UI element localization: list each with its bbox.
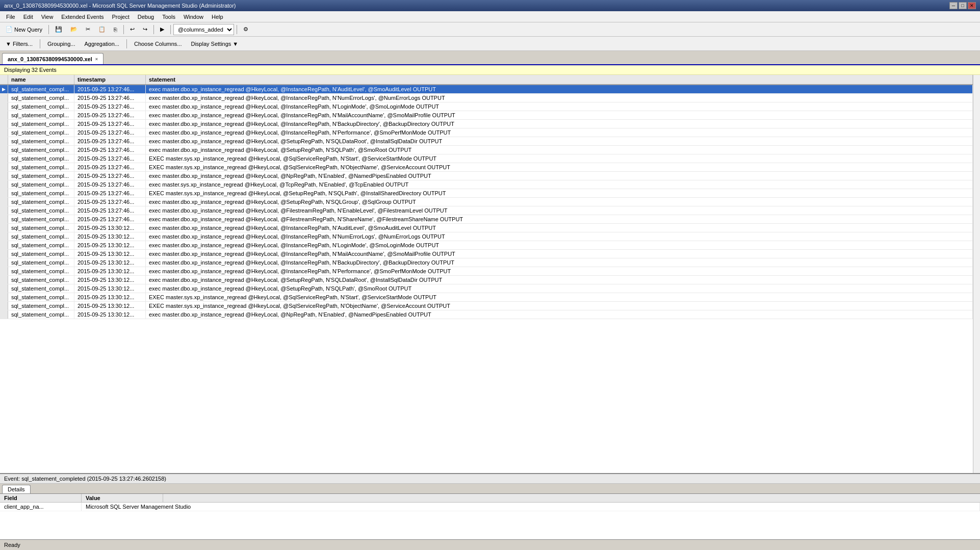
table-row[interactable]: sql_statement_compl...2015-09-25 13:30:1… bbox=[0, 250, 973, 258]
table-row[interactable]: sql_statement_compl...2015-09-25 13:27:4… bbox=[0, 163, 973, 172]
table-row[interactable]: sql_statement_compl...2015-09-25 13:30:1… bbox=[0, 232, 973, 241]
table-row[interactable]: sql_statement_compl...2015-09-25 13:30:1… bbox=[0, 258, 973, 267]
cell-timestamp: 2015-09-25 13:27:46... bbox=[74, 206, 146, 215]
table-row[interactable]: sql_statement_compl...2015-09-25 13:27:4… bbox=[0, 172, 973, 180]
cell-name: sql_statement_compl... bbox=[8, 250, 74, 258]
cell-timestamp: 2015-09-25 13:27:46... bbox=[74, 198, 146, 206]
tab-label: anx_0_130876380994530000.xel bbox=[8, 56, 92, 62]
title-bar-text: anx_0_130876380994530000.xel - Microsoft… bbox=[4, 3, 236, 9]
header-timestamp[interactable]: timestamp bbox=[74, 75, 146, 84]
table-row[interactable]: sql_statement_compl...2015-09-25 13:27:4… bbox=[0, 198, 973, 206]
table-row[interactable]: sql_statement_compl...2015-09-25 13:30:1… bbox=[0, 241, 973, 250]
tb-btn-debug[interactable]: ▶ bbox=[157, 24, 168, 35]
details-row: client_app_na... Microsoft SQL Server Ma… bbox=[0, 503, 980, 511]
cell-name: sql_statement_compl... bbox=[8, 267, 74, 275]
menu-item-view[interactable]: View bbox=[37, 11, 58, 22]
tb-btn-undo[interactable]: ↩ bbox=[126, 24, 138, 35]
maximize-button[interactable]: □ bbox=[959, 2, 967, 9]
close-button[interactable]: ✕ bbox=[968, 2, 976, 9]
tab-close-button[interactable]: × bbox=[95, 57, 98, 62]
table-row[interactable]: sql_statement_compl...2015-09-25 13:27:4… bbox=[0, 215, 973, 224]
row-indicator bbox=[0, 215, 8, 223]
main-content: name timestamp statement ▶sql_statement_… bbox=[0, 75, 980, 539]
menu-item-file[interactable]: File bbox=[2, 11, 19, 22]
cell-statement: exec master.dbo.xp_instance_regread @Hke… bbox=[146, 128, 973, 137]
table-row[interactable]: sql_statement_compl...2015-09-25 13:27:4… bbox=[0, 102, 973, 111]
menu-item-edit[interactable]: Edit bbox=[19, 11, 37, 22]
vertical-scrollbar[interactable] bbox=[973, 75, 980, 473]
table-row[interactable]: sql_statement_compl...2015-09-25 13:27:4… bbox=[0, 111, 973, 120]
table-row[interactable]: sql_statement_compl...2015-09-25 13:30:1… bbox=[0, 284, 973, 293]
table-row[interactable]: sql_statement_compl...2015-09-25 13:30:1… bbox=[0, 293, 973, 302]
header-indicator bbox=[0, 75, 8, 84]
table-row[interactable]: sql_statement_compl...2015-09-25 13:30:1… bbox=[0, 302, 973, 310]
cell-name: sql_statement_compl... bbox=[8, 94, 74, 102]
table-row[interactable]: sql_statement_compl...2015-09-25 13:30:1… bbox=[0, 224, 973, 232]
table-row[interactable]: sql_statement_compl...2015-09-25 13:27:4… bbox=[0, 94, 973, 102]
row-indicator bbox=[0, 137, 8, 145]
aggregation-button[interactable]: Aggregation... bbox=[81, 38, 123, 49]
table-row[interactable]: ▶sql_statement_compl...2015-09-25 13:27:… bbox=[0, 85, 973, 94]
cell-name: sql_statement_compl... bbox=[8, 293, 74, 301]
grouping-button[interactable]: Grouping... bbox=[44, 38, 79, 49]
grid-body[interactable]: ▶sql_statement_compl...2015-09-25 13:27:… bbox=[0, 85, 973, 473]
toolbar2: ▼ Filters... Grouping... Aggregation... … bbox=[0, 37, 980, 51]
header-name[interactable]: name bbox=[8, 75, 74, 84]
active-tab[interactable]: anx_0_130876380994530000.xel × bbox=[2, 53, 104, 64]
filters-button[interactable]: ▼ Filters... bbox=[2, 38, 36, 49]
menu-item-help[interactable]: Help bbox=[208, 11, 227, 22]
tb-btn-3[interactable]: ✂ bbox=[82, 24, 94, 35]
menu-item-tools[interactable]: Tools bbox=[158, 11, 179, 22]
toolbar1: 📄 New Query 💾 📂 ✂ 📋 ⎘ ↩ ↪ ▶ @columns_add… bbox=[0, 22, 980, 37]
choose-columns-button[interactable]: Choose Columns... bbox=[131, 38, 186, 49]
columns-dropdown[interactable]: @columns_added bbox=[173, 24, 234, 35]
tb-btn-1[interactable]: 💾 bbox=[51, 24, 66, 35]
cell-timestamp: 2015-09-25 13:27:46... bbox=[74, 180, 146, 189]
menu-item-window[interactable]: Window bbox=[179, 11, 208, 22]
table-row[interactable]: sql_statement_compl...2015-09-25 13:27:4… bbox=[0, 128, 973, 137]
cell-statement: exec master.dbo.xp_instance_regread @Hke… bbox=[146, 85, 973, 93]
tb-btn-settings[interactable]: ⚙ bbox=[240, 24, 252, 35]
display-settings-button[interactable]: Display Settings ▼ bbox=[187, 38, 242, 49]
details-tab[interactable]: Details bbox=[2, 485, 31, 493]
tb-btn-2[interactable]: 📂 bbox=[67, 24, 81, 35]
cell-timestamp: 2015-09-25 13:30:12... bbox=[74, 258, 146, 267]
row-indicator bbox=[0, 172, 8, 180]
cell-statement: exec master.dbo.xp_instance_regread @Hke… bbox=[146, 206, 973, 215]
cell-timestamp: 2015-09-25 13:30:12... bbox=[74, 293, 146, 301]
cell-timestamp: 2015-09-25 13:30:12... bbox=[74, 224, 146, 232]
cell-name: sql_statement_compl... bbox=[8, 284, 74, 293]
cell-timestamp: 2015-09-25 13:27:46... bbox=[74, 120, 146, 128]
header-statement[interactable]: statement bbox=[146, 75, 973, 84]
row-indicator bbox=[0, 232, 8, 241]
row-indicator bbox=[0, 120, 8, 128]
menu-bar: FileEditViewExtended EventsProjectDebugT… bbox=[0, 11, 980, 22]
minimize-button[interactable]: ─ bbox=[949, 2, 958, 9]
table-row[interactable]: sql_statement_compl...2015-09-25 13:30:1… bbox=[0, 276, 973, 284]
menu-item-debug[interactable]: Debug bbox=[134, 11, 158, 22]
table-row[interactable]: sql_statement_compl...2015-09-25 13:30:1… bbox=[0, 267, 973, 276]
event-bar: Event: sql_statement_completed (2015-09-… bbox=[0, 474, 980, 484]
cell-timestamp: 2015-09-25 13:30:12... bbox=[74, 232, 146, 241]
new-query-button[interactable]: 📄 New Query bbox=[2, 24, 46, 35]
table-row[interactable]: sql_statement_compl...2015-09-25 13:27:4… bbox=[0, 120, 973, 128]
row-indicator bbox=[0, 258, 8, 267]
menu-item-extended-events[interactable]: Extended Events bbox=[57, 11, 108, 22]
table-row[interactable]: sql_statement_compl...2015-09-25 13:27:4… bbox=[0, 180, 973, 189]
tb-btn-redo[interactable]: ↪ bbox=[139, 24, 151, 35]
tb-btn-5[interactable]: ⎘ bbox=[110, 24, 121, 35]
table-row[interactable]: sql_statement_compl...2015-09-25 13:27:4… bbox=[0, 206, 973, 215]
table-row[interactable]: sql_statement_compl...2015-09-25 13:27:4… bbox=[0, 146, 973, 154]
tb-btn-4[interactable]: 📋 bbox=[95, 24, 109, 35]
table-row[interactable]: sql_statement_compl...2015-09-25 13:27:4… bbox=[0, 137, 973, 146]
filter-icon: ▼ bbox=[6, 41, 11, 47]
table-row[interactable]: sql_statement_compl...2015-09-25 13:27:4… bbox=[0, 189, 973, 198]
cell-name: sql_statement_compl... bbox=[8, 180, 74, 189]
cell-name: sql_statement_compl... bbox=[8, 241, 74, 249]
table-row[interactable]: sql_statement_compl...2015-09-25 13:30:1… bbox=[0, 310, 973, 319]
menu-item-project[interactable]: Project bbox=[108, 11, 134, 22]
table-row[interactable]: sql_statement_compl...2015-09-25 13:27:4… bbox=[0, 154, 973, 163]
details-grid: Field Value client_app_na... Microsoft S… bbox=[0, 494, 980, 539]
cell-timestamp: 2015-09-25 13:27:46... bbox=[74, 154, 146, 163]
cell-statement: EXEC master.sys.xp_instance_regread @Hke… bbox=[146, 189, 973, 197]
